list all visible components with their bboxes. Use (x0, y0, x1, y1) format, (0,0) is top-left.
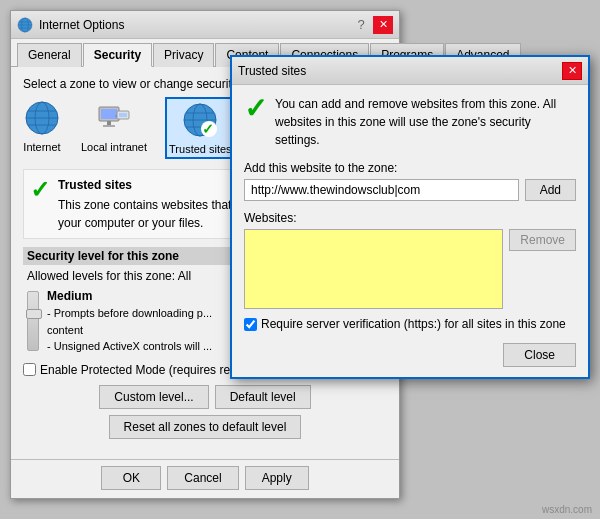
level-buttons-row: Custom level... Default level (23, 385, 387, 409)
protected-mode-label: Enable Protected Mode (requires resta... (40, 363, 256, 377)
svg-rect-11 (101, 109, 117, 119)
zone-trusted-sites[interactable]: ✓ Trusted sites (167, 99, 234, 157)
trusted-title-bar: Trusted sites ✕ (232, 57, 588, 85)
add-website-button[interactable]: Add (525, 179, 576, 201)
medium-desc-0: - Prompts before downloading p... (47, 305, 212, 322)
reset-all-zones-button[interactable]: Reset all zones to default level (109, 415, 302, 439)
title-bar: Internet Options ? ✕ (11, 11, 399, 39)
trusted-close-row: Close (244, 343, 576, 367)
add-website-label: Add this website to the zone: (244, 161, 576, 175)
title-bar-controls: ? ✕ (351, 16, 393, 34)
websites-listbox[interactable] (244, 229, 503, 309)
local-intranet-zone-label: Local intranet (81, 141, 147, 153)
apply-button[interactable]: Apply (245, 466, 309, 490)
https-checkbox-row: Require server verification (https:) for… (244, 317, 576, 331)
reset-zones-row: Reset all zones to default level (23, 415, 387, 439)
bottom-buttons: OK Cancel Apply (11, 459, 399, 498)
svg-rect-15 (119, 113, 127, 117)
cancel-button[interactable]: Cancel (167, 466, 238, 490)
svg-rect-13 (103, 125, 115, 127)
slider-thumb (26, 309, 42, 319)
dialog-title: Internet Options (39, 18, 124, 32)
trusted-close-main-button[interactable]: Close (503, 343, 576, 367)
https-checkbox-label: Require server verification (https:) for… (261, 317, 566, 331)
trusted-dialog-content: ✓ You can add and remove websites from t… (232, 85, 588, 377)
protected-mode-checkbox[interactable] (23, 363, 36, 376)
medium-text: Medium - Prompts before downloading p...… (47, 289, 212, 355)
internet-options-close-button[interactable]: ✕ (373, 16, 393, 34)
slider-track (27, 291, 39, 351)
custom-level-button[interactable]: Custom level... (99, 385, 208, 409)
tab-general[interactable]: General (17, 43, 82, 67)
local-intranet-zone-icon (95, 99, 133, 137)
default-level-button[interactable]: Default level (215, 385, 311, 409)
trusted-big-checkmark: ✓ (244, 95, 267, 123)
tab-privacy[interactable]: Privacy (153, 43, 214, 67)
trusted-info-box: ✓ You can add and remove websites from t… (244, 95, 576, 149)
websites-area-row: Remove (244, 229, 576, 309)
trusted-sites-close-button[interactable]: ✕ (562, 62, 582, 80)
watermark: wsxdn.com (542, 504, 592, 515)
trusted-sites-zone-label: Trusted sites (169, 143, 232, 155)
add-website-row: Add (244, 179, 576, 201)
internet-options-icon (17, 17, 33, 33)
ok-button[interactable]: OK (101, 466, 161, 490)
title-bar-left: Internet Options (17, 17, 124, 33)
trusted-dialog-title: Trusted sites (238, 64, 306, 78)
https-require-checkbox[interactable] (244, 318, 257, 331)
add-website-input[interactable] (244, 179, 519, 201)
medium-desc-2: - Unsigned ActiveX controls will ... (47, 338, 212, 355)
zone-local-intranet[interactable]: Local intranet (81, 99, 147, 153)
medium-desc-1: content (47, 322, 212, 339)
remove-website-button[interactable]: Remove (509, 229, 576, 251)
security-slider[interactable] (27, 289, 39, 351)
trusted-checkmark: ✓ (30, 178, 50, 202)
medium-level-title: Medium (47, 289, 212, 303)
trusted-sites-dialog: Trusted sites ✕ ✓ You can add and remove… (230, 55, 590, 379)
help-button[interactable]: ? (351, 16, 371, 34)
trusted-info-text: You can add and remove websites from thi… (275, 95, 576, 149)
internet-zone-label: Internet (23, 141, 60, 153)
trusted-sites-zone-icon: ✓ (181, 101, 219, 139)
tab-security[interactable]: Security (83, 43, 152, 67)
svg-rect-12 (107, 121, 111, 125)
internet-zone-icon (23, 99, 61, 137)
websites-label: Websites: (244, 211, 576, 225)
svg-text:✓: ✓ (202, 121, 214, 137)
zone-internet[interactable]: Internet (23, 99, 61, 153)
